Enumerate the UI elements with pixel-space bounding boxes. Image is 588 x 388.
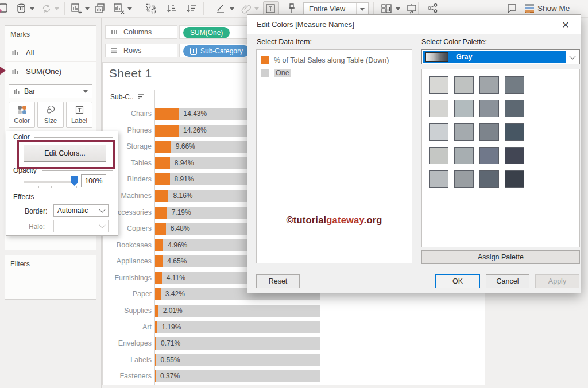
palette-swatch[interactable]	[454, 100, 474, 117]
partial-icon[interactable]	[0, 2, 9, 15]
pause-auto-updates-icon[interactable]	[15, 2, 28, 15]
show-hide-cards-caret[interactable]	[396, 7, 400, 10]
show-hide-cards-icon[interactable]	[380, 2, 393, 15]
marks-title: Marks	[10, 30, 30, 38]
palette-swatch[interactable]	[454, 123, 474, 141]
bar-sales[interactable]	[155, 305, 158, 317]
bar-sales[interactable]	[155, 239, 163, 251]
watermark-suffix: .org	[364, 215, 382, 225]
palette-swatch[interactable]	[505, 147, 524, 164]
label-button[interactable]: Label	[66, 102, 92, 128]
palette-swatch[interactable]	[479, 147, 499, 164]
edit-colors-dialog: Edit Colors [Measure Names] ✕ Select Dat…	[247, 14, 581, 293]
tooltip-icon[interactable]	[505, 2, 518, 15]
swap-axes-icon[interactable]	[145, 2, 157, 15]
palette-swatch[interactable]	[479, 100, 499, 117]
close-icon[interactable]: ✕	[560, 19, 571, 30]
palette-swatch[interactable]	[429, 170, 448, 188]
palette-swatch[interactable]	[429, 147, 448, 164]
ok-button[interactable]: OK	[435, 274, 480, 288]
clear-sheet-caret[interactable]	[127, 7, 132, 10]
palette-swatch[interactable]	[479, 170, 499, 188]
bar-sales[interactable]	[155, 272, 162, 284]
bar-sales[interactable]	[155, 157, 170, 169]
palette-swatch[interactable]	[505, 100, 524, 117]
bar-sales[interactable]	[155, 190, 168, 202]
group-members-caret[interactable]	[254, 7, 259, 10]
halo-dropdown[interactable]	[53, 220, 109, 232]
palette-swatch[interactable]	[454, 147, 474, 164]
pill-sum-one[interactable]: SUM(One)	[183, 27, 230, 38]
bar-sales[interactable]	[155, 223, 166, 235]
palette-caret[interactable]	[566, 50, 579, 64]
bar-sales[interactable]	[155, 141, 171, 153]
pause-auto-updates-caret[interactable]	[30, 7, 34, 10]
opacity-slider-thumb[interactable]	[71, 176, 78, 186]
cancel-button[interactable]: Cancel	[486, 274, 529, 288]
mark-type-dropdown[interactable]: Bar	[9, 84, 92, 98]
fix-axes-pin-icon[interactable]	[285, 2, 297, 15]
highlight-pen-icon[interactable]	[215, 2, 227, 15]
sub-category-header[interactable]: Sub-C..	[105, 90, 154, 104]
palette-swatch[interactable]	[429, 76, 448, 94]
bar-sales[interactable]	[155, 255, 163, 267]
bar-sales[interactable]	[155, 337, 156, 350]
bar-sales[interactable]	[155, 354, 156, 366]
size-button[interactable]: Size	[37, 102, 64, 128]
palette-swatch[interactable]	[505, 123, 524, 141]
bar-background-one[interactable]	[155, 370, 320, 382]
palette-swatch[interactable]	[479, 123, 499, 141]
new-worksheet-icon[interactable]	[70, 2, 83, 15]
refresh-data-icon[interactable]	[40, 2, 53, 15]
duplicate-sheet-icon[interactable]	[94, 2, 106, 15]
bar-sales[interactable]	[155, 207, 167, 219]
share-icon[interactable]	[426, 2, 439, 15]
clear-sheet-icon[interactable]	[113, 2, 125, 15]
dialog-titlebar[interactable]: Edit Colors [Measure Names] ✕	[247, 15, 581, 34]
refresh-data-caret[interactable]	[55, 7, 59, 10]
data-item-one[interactable]: One	[261, 68, 291, 77]
highlight-pen-caret[interactable]	[230, 7, 234, 10]
data-item-sales[interactable]: % of Total Sales along Table (Down)	[261, 56, 389, 65]
chevron-down-icon	[99, 206, 105, 212]
opacity-value-input[interactable]: 100%	[81, 174, 106, 187]
mark-type-caret[interactable]	[83, 90, 88, 93]
expand-hierarchy-icon[interactable]	[190, 48, 197, 55]
show-me-icon[interactable]	[525, 4, 534, 13]
bar-sales[interactable]	[155, 288, 161, 300]
palette-swatch[interactable]	[505, 170, 524, 188]
palette-dropdown[interactable]: Gray	[421, 49, 580, 64]
opacity-slider-track[interactable]	[24, 181, 76, 183]
presentation-mode-icon[interactable]	[405, 2, 418, 15]
bar-sales[interactable]	[155, 125, 179, 137]
palette-swatch[interactable]	[454, 76, 474, 94]
palette-swatch[interactable]	[505, 76, 524, 94]
bar-sales[interactable]	[155, 173, 170, 185]
border-dropdown[interactable]: Automatic	[53, 204, 109, 217]
sort-descending-icon[interactable]	[185, 2, 198, 15]
filters-card[interactable]: Filters	[5, 255, 96, 300]
group-members-icon[interactable]	[240, 2, 253, 15]
assign-palette-button[interactable]: Assign Palette	[421, 250, 580, 264]
palette-swatch[interactable]	[454, 170, 474, 188]
new-worksheet-caret[interactable]	[85, 7, 90, 10]
data-item-listbox[interactable]: % of Total Sales along Table (Down) One	[256, 49, 412, 263]
bar-sales[interactable]	[155, 370, 156, 382]
marks-item-sum-one[interactable]: SUM(One)	[5, 62, 96, 80]
marks-item-all[interactable]: All	[5, 43, 96, 61]
row-label: Paper	[133, 286, 152, 302]
bar-sales[interactable]	[155, 108, 179, 120]
palette-swatch[interactable]	[429, 100, 448, 117]
fit-selector-caret[interactable]	[356, 3, 368, 15]
sort-ascending-icon[interactable]	[165, 2, 178, 15]
sort-icon[interactable]	[137, 94, 145, 100]
palette-swatch[interactable]	[429, 123, 448, 141]
palette-swatch[interactable]	[479, 76, 499, 94]
color-button[interactable]: Color	[9, 102, 35, 128]
pill-sub-category[interactable]: Sub-Category	[183, 45, 250, 57]
show-me-label[interactable]: Show Me	[537, 4, 570, 13]
apply-button[interactable]: Apply	[535, 274, 579, 288]
reset-button[interactable]: Reset	[256, 274, 300, 288]
bar-sales[interactable]	[155, 321, 157, 333]
bar-value-label: 7.19%	[172, 204, 191, 221]
